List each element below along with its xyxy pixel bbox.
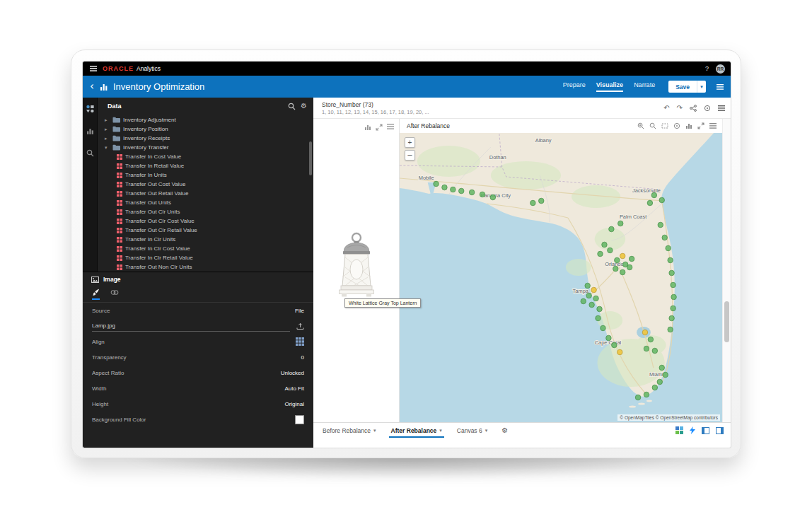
store-point[interactable] <box>651 192 657 198</box>
store-point[interactable] <box>589 302 595 308</box>
filter-pill[interactable]: Store_Number (73) 1, 10, 11, 12, 13, 14,… <box>322 101 429 115</box>
tree-measure-item[interactable]: Transfer Out Cost Value <box>98 180 313 189</box>
store-point[interactable] <box>458 188 464 194</box>
store-point[interactable] <box>647 200 653 206</box>
property-value[interactable]: Auto Fit <box>284 385 304 392</box>
auto-insights-icon[interactable] <box>690 426 695 434</box>
store-point[interactable] <box>608 248 613 253</box>
visualizations-tab-icon[interactable] <box>86 125 94 138</box>
store-point[interactable] <box>668 257 673 263</box>
store-point[interactable] <box>652 385 658 390</box>
store-point[interactable] <box>480 192 485 197</box>
quick-insights-icon[interactable] <box>675 426 683 434</box>
tree-folder-item[interactable]: ▸Inventory Receipts <box>98 134 313 143</box>
chevron-down-icon[interactable]: ▾ <box>373 428 376 434</box>
store-point[interactable] <box>657 379 663 385</box>
store-point[interactable] <box>434 181 439 187</box>
store-point[interactable] <box>627 264 632 270</box>
store-point[interactable] <box>606 335 612 341</box>
store-point[interactable] <box>671 282 676 288</box>
maximize-icon[interactable] <box>697 122 704 129</box>
store-point[interactable] <box>615 257 620 263</box>
global-menu-icon[interactable] <box>90 66 97 71</box>
analytics-tab-icon[interactable] <box>86 147 94 160</box>
redo-icon[interactable]: ↷ <box>677 105 683 112</box>
lantern-image[interactable] <box>335 231 378 301</box>
left-panel-toggle-icon[interactable] <box>702 427 709 434</box>
properties-tab-general[interactable] <box>92 289 100 300</box>
tree-measure-item[interactable]: Transfer In Clr Retail Value <box>98 253 313 262</box>
tree-measure-item[interactable]: Transfer Out Clr Retail Value <box>98 226 313 235</box>
tree-folder-item[interactable]: ▸Inventory Adjustment <box>98 115 313 124</box>
zoom-out-button[interactable]: − <box>405 150 415 161</box>
store-point[interactable] <box>642 330 648 335</box>
back-button[interactable]: ‹ <box>90 81 94 92</box>
expand-arrow-icon[interactable]: ▸ <box>105 117 110 123</box>
tree-measure-item[interactable]: Transfer In Clr Cost Value <box>98 244 313 253</box>
save-dropdown-caret[interactable]: ▾ <box>697 81 706 93</box>
store-point[interactable] <box>658 222 663 228</box>
chart-type-icon[interactable] <box>364 124 371 131</box>
canvas-scrollbar[interactable] <box>722 119 731 422</box>
nav-narrate[interactable]: Narrate <box>634 76 655 98</box>
expand-arrow-icon[interactable]: ▾ <box>105 145 110 151</box>
store-point[interactable] <box>469 190 475 195</box>
store-point[interactable] <box>451 187 456 192</box>
store-point[interactable] <box>596 315 601 321</box>
select-tool-icon[interactable] <box>661 122 668 129</box>
tree-measure-item[interactable]: Transfer Out Retail Value <box>98 189 313 198</box>
florida-map[interactable]: AlbanyDothanMobilePanama CityJacksonvill… <box>400 133 722 422</box>
store-point[interactable] <box>538 198 544 204</box>
nav-prepare[interactable]: Prepare <box>563 76 586 98</box>
property-value[interactable]: Original <box>284 401 304 407</box>
tree-measure-item[interactable]: Transfer In Retail Value <box>98 161 313 170</box>
store-point[interactable] <box>591 287 597 293</box>
store-point[interactable] <box>644 392 649 397</box>
right-panel-toggle-icon[interactable] <box>716 427 724 434</box>
store-point[interactable] <box>662 235 668 240</box>
store-point[interactable] <box>620 269 625 275</box>
store-point[interactable] <box>671 294 677 300</box>
canvas-menu-icon[interactable] <box>718 105 725 111</box>
tree-measure-item[interactable]: Transfer Out Clr Cost Value <box>98 216 313 226</box>
save-button[interactable]: Save <box>668 81 697 93</box>
search-icon[interactable] <box>288 103 296 110</box>
store-point[interactable] <box>601 325 606 331</box>
store-point[interactable] <box>602 242 608 248</box>
maximize-icon[interactable] <box>376 124 383 131</box>
store-point[interactable] <box>629 256 634 262</box>
store-point[interactable] <box>585 283 591 289</box>
store-point[interactable] <box>530 200 536 206</box>
chevron-down-icon[interactable]: ▾ <box>439 428 442 434</box>
tree-folder-item[interactable]: ▾Inventory Transfer <box>98 143 313 152</box>
store-point[interactable] <box>617 349 623 355</box>
properties-tab-data[interactable] <box>110 289 119 300</box>
store-point[interactable] <box>581 298 586 304</box>
data-tab-icon[interactable] <box>86 103 95 116</box>
zoom-in-button[interactable]: + <box>405 137 415 148</box>
store-point[interactable] <box>586 293 592 298</box>
store-point[interactable] <box>659 365 665 371</box>
store-point[interactable] <box>669 270 675 276</box>
expand-arrow-icon[interactable]: ▸ <box>105 127 110 132</box>
preview-icon[interactable] <box>704 105 711 112</box>
store-point[interactable] <box>442 185 448 190</box>
tree-measure-item[interactable]: Transfer Out Clr Units <box>98 207 313 216</box>
share-icon[interactable] <box>690 105 697 112</box>
store-point[interactable] <box>598 251 603 257</box>
gear-icon[interactable]: ⚙ <box>301 103 307 110</box>
zoom-in-tool-icon[interactable] <box>637 122 644 129</box>
image-visualization[interactable]: White Lattice Gray Top Lantern <box>313 119 400 422</box>
store-point[interactable] <box>659 197 665 203</box>
chevron-down-icon[interactable]: ▾ <box>485 428 488 434</box>
store-point[interactable] <box>669 315 675 321</box>
tab-after-rebalance[interactable]: After Rebalance▾ <box>389 423 444 438</box>
tree-measure-item[interactable]: Transfer In Units <box>98 170 313 180</box>
store-point[interactable] <box>490 194 496 200</box>
image-source-input[interactable]: Lamp.jpg <box>92 321 290 332</box>
chart-type-icon[interactable] <box>685 122 692 129</box>
store-point[interactable] <box>613 266 619 272</box>
store-point[interactable] <box>652 348 658 354</box>
property-value[interactable]: File <box>295 308 304 314</box>
store-point[interactable] <box>617 221 623 226</box>
